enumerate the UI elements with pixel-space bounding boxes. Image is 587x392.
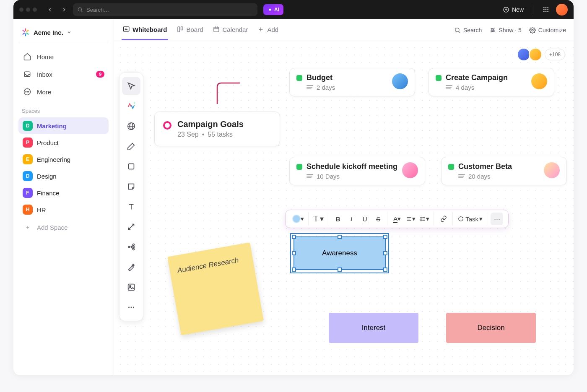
- text-color-button[interactable]: A▾: [391, 213, 403, 225]
- link-button[interactable]: [437, 213, 450, 225]
- svg-rect-47: [129, 164, 134, 169]
- card-customer-beta[interactable]: Customer Beta 20 days: [441, 157, 567, 185]
- tool-magic[interactable]: [122, 258, 140, 276]
- sidebar-item-label: Finance: [37, 190, 59, 197]
- collaborators[interactable]: +108: [520, 48, 565, 61]
- card-budget[interactable]: Budget 2 days: [289, 68, 415, 96]
- sidebar-space-engineering[interactable]: EEngineering: [18, 151, 109, 168]
- space-chip-icon: H: [23, 205, 33, 215]
- sidebar-space-product[interactable]: PProduct: [18, 134, 109, 151]
- traffic-min-icon[interactable]: [26, 8, 30, 12]
- tool-shape[interactable]: [122, 157, 140, 176]
- assignee-avatar[interactable]: [392, 73, 408, 89]
- apps-grid-icon: [543, 6, 549, 13]
- sidebar-item-label: More: [37, 88, 51, 96]
- collaborator-avatar[interactable]: [529, 48, 542, 61]
- align-button[interactable]: ▾: [404, 213, 417, 225]
- resize-handle[interactable]: [338, 267, 342, 272]
- space-chip-icon: F: [23, 188, 33, 198]
- underline-button[interactable]: U: [358, 213, 371, 225]
- card-title: Campaign Goals: [177, 119, 271, 129]
- shape-label: Decision: [477, 324, 504, 332]
- resize-handle[interactable]: [383, 251, 387, 255]
- ai-button[interactable]: AI: [263, 4, 283, 15]
- resize-handle[interactable]: [383, 235, 387, 239]
- sidebar-space-marketing[interactable]: DMarketing: [18, 117, 109, 134]
- add-space-button[interactable]: ＋ Add Space: [18, 219, 109, 236]
- more-formatting-button[interactable]: ⋯: [491, 213, 503, 225]
- bold-button[interactable]: B: [332, 213, 344, 225]
- list-button[interactable]: ▾: [418, 213, 431, 225]
- main-area: Whiteboard Board Calendar Add: [114, 19, 574, 375]
- collaborator-more-count[interactable]: +108: [545, 49, 565, 60]
- font-button[interactable]: T ▾: [312, 213, 325, 225]
- resize-handle[interactable]: [292, 251, 296, 255]
- tool-pen[interactable]: [122, 137, 140, 156]
- sidebar-item-more[interactable]: More: [18, 83, 109, 100]
- card-campaign-goals[interactable]: Campaign Goals 23 Sep•55 tasks: [154, 112, 280, 146]
- italic-button[interactable]: I: [345, 213, 358, 225]
- customize-button[interactable]: Customize: [529, 27, 566, 34]
- tab-board[interactable]: Board: [176, 20, 204, 40]
- resize-handle[interactable]: [383, 267, 387, 272]
- sliders-icon: [489, 27, 496, 34]
- align-icon: [406, 216, 412, 222]
- sidebar-item-label: HR: [37, 206, 46, 213]
- assignee-avatar[interactable]: [402, 162, 418, 178]
- svg-point-11: [547, 9, 548, 10]
- tool-mindmap[interactable]: [122, 238, 140, 256]
- tool-select[interactable]: [122, 77, 140, 95]
- tool-image[interactable]: [122, 278, 140, 296]
- resize-handle[interactable]: [292, 267, 296, 272]
- shape-interest[interactable]: Interest: [329, 313, 418, 343]
- sidebar-space-finance[interactable]: FFinance: [18, 184, 109, 201]
- traffic-max-icon[interactable]: [33, 8, 37, 12]
- assignee-avatar[interactable]: [544, 162, 560, 178]
- traffic-close-icon[interactable]: [19, 8, 23, 12]
- apps-grid-button[interactable]: [539, 3, 553, 16]
- fill-color-button[interactable]: ▾: [291, 213, 306, 225]
- tab-add-view[interactable]: Add: [256, 20, 279, 40]
- tab-whiteboard[interactable]: Whiteboard: [122, 20, 168, 40]
- tab-calendar[interactable]: Calendar: [212, 20, 249, 40]
- tool-sticky[interactable]: [122, 177, 140, 196]
- back-button[interactable]: [44, 4, 55, 15]
- sidebar-space-design[interactable]: DDesign: [18, 168, 109, 184]
- sticky-note[interactable]: Audience Research: [167, 242, 264, 335]
- tool-web[interactable]: [122, 117, 140, 135]
- resize-handle[interactable]: [292, 235, 296, 239]
- strike-button[interactable]: S: [372, 213, 384, 225]
- card-create-campaign[interactable]: Create Campaign 4 days: [429, 68, 554, 96]
- convert-task-button[interactable]: Task▾: [456, 213, 484, 225]
- user-avatar[interactable]: [556, 4, 568, 16]
- resize-handle[interactable]: [338, 235, 342, 239]
- shape-decision[interactable]: Decision: [446, 313, 536, 343]
- card-schedule-kickoff[interactable]: Schedule kickoff meeting 10 Days: [289, 157, 425, 185]
- svg-point-10: [545, 9, 547, 10]
- workspace-switcher[interactable]: Acme Inc.: [18, 25, 109, 43]
- search-placeholder: Search…: [86, 7, 109, 13]
- tool-more[interactable]: [122, 298, 140, 317]
- whiteboard-icon: [122, 26, 130, 33]
- search-input[interactable]: Search…: [73, 3, 257, 16]
- svg-line-1: [81, 11, 83, 12]
- svg-point-14: [547, 11, 548, 12]
- show-filter-button[interactable]: Show · 5: [489, 27, 521, 34]
- sidebar-space-hr[interactable]: HHR: [18, 201, 109, 218]
- tool-connector[interactable]: [122, 218, 140, 236]
- svg-rect-26: [178, 27, 180, 32]
- card-subtitle: 10 Days: [306, 173, 398, 180]
- forward-button[interactable]: [59, 4, 70, 15]
- svg-line-19: [23, 33, 25, 34]
- canvas-search-button[interactable]: Search: [454, 27, 482, 34]
- canvas[interactable]: + +108: [114, 41, 574, 375]
- tool-text[interactable]: [122, 197, 140, 216]
- sidebar-item-home[interactable]: Home: [18, 48, 109, 65]
- shape-awareness[interactable]: Awareness: [294, 236, 386, 270]
- tool-ai[interactable]: +: [122, 97, 140, 115]
- assignee-avatar[interactable]: [531, 73, 547, 89]
- svg-point-34: [455, 28, 459, 31]
- svg-point-8: [547, 7, 548, 8]
- new-button[interactable]: New: [499, 5, 527, 15]
- sidebar-item-inbox[interactable]: Inbox 9: [18, 66, 109, 83]
